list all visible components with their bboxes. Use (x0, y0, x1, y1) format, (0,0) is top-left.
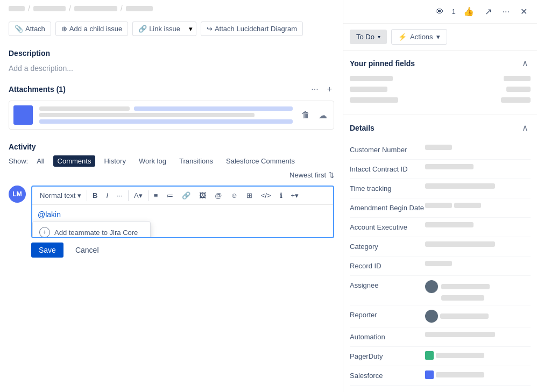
add-teammate-icon: + (39, 227, 50, 238)
text-style-dropdown[interactable]: Normal text ▾ (37, 190, 84, 201)
add-child-issue-button[interactable]: ⊕ Add a child issue (55, 22, 128, 36)
attachment-upload-button[interactable]: ☁ (316, 109, 329, 122)
bullet-list-button[interactable]: ≡ (151, 190, 161, 201)
mention-button[interactable]: @ (211, 190, 225, 201)
detail-row-pagerduty: PagerDuty (350, 347, 531, 366)
newest-first-button[interactable]: Newest first ⇅ (289, 171, 334, 179)
detail-value-reporter (425, 310, 531, 323)
activity-section: Activity Show: All Comments History Work… (0, 142, 343, 266)
detail-bar (425, 145, 452, 150)
link-button[interactable]: 🔗 (179, 190, 194, 201)
attachment-bar-full (39, 119, 293, 124)
pinned-row-3 (350, 97, 531, 103)
filter-all[interactable]: All (32, 155, 48, 167)
pinned-fields-section: Your pinned fields ∧ (343, 51, 537, 115)
filter-history[interactable]: History (100, 155, 130, 167)
assignee-name (441, 284, 490, 289)
description-title: Description (9, 49, 334, 58)
mention-dropdown: + Add teammate to Jira Core (32, 221, 151, 238)
filter-worklog[interactable]: Work log (135, 155, 171, 167)
more-formatting-button[interactable]: ··· (114, 190, 126, 201)
pinned-label-3 (350, 97, 398, 103)
lucidchart-button[interactable]: ↪ Attach Lucidchart Diagram (201, 22, 303, 36)
attachments-section: Attachments (1) ··· + 🗑 (0, 83, 343, 142)
attachments-add-button[interactable]: + (325, 83, 334, 95)
detail-bar (425, 183, 495, 189)
activity-filters: Show: All Comments History Work log Tran… (9, 155, 334, 179)
table-button[interactable]: ⊞ (243, 190, 256, 201)
breadcrumb-item-1 (9, 6, 25, 11)
attachment-bar-row-1 (39, 106, 293, 111)
watch-button[interactable]: 👁 (432, 5, 447, 19)
detail-row-account-exec: Account Executive (350, 218, 531, 237)
detail-value-pagerduty (425, 351, 531, 360)
italic-button[interactable]: I (103, 190, 111, 201)
status-button[interactable]: To Do ▾ (350, 30, 387, 44)
attach-button[interactable]: 📎 Attach (9, 22, 51, 36)
description-placeholder[interactable]: Add a description... (9, 62, 334, 75)
more-tools-button[interactable]: +▾ (288, 190, 302, 201)
mention-dropdown-label: Add teammate to Jira Core (54, 229, 138, 237)
detail-bar (425, 261, 452, 266)
child-icon: ⊕ (61, 25, 67, 33)
breadcrumb-separator-3: / (121, 4, 123, 13)
share-button[interactable]: ↗ (482, 4, 495, 19)
filter-salesforce[interactable]: Salesforce Comments (222, 155, 299, 167)
cancel-button[interactable]: Cancel (68, 243, 107, 258)
pinned-label-1 (350, 76, 393, 81)
link-issue-button[interactable]: 🔗 Link issue (132, 22, 186, 36)
detail-value-automation (425, 332, 531, 337)
close-button[interactable]: ✕ (517, 4, 531, 19)
detail-bar-1 (425, 203, 452, 208)
right-panel: 👁 1 👍 ↗ ··· ✕ To Do ▾ ⚡ Actions ▾ Your p… (343, 0, 537, 392)
detail-row-salesforce: Salesforce (350, 366, 531, 386)
code-button[interactable]: </> (258, 190, 274, 201)
actions-button[interactable]: ⚡ Actions ▾ (391, 29, 447, 45)
link-issue-group: 🔗 Link issue ▾ (132, 22, 196, 36)
text-style-chevron: ▾ (77, 191, 81, 199)
pinned-fields-collapse[interactable]: ∧ (520, 57, 531, 69)
filter-transitions[interactable]: Transitions (175, 155, 217, 167)
detail-bar-2 (454, 203, 481, 208)
detail-row-record-id: Record ID (350, 256, 531, 276)
assignee-row (425, 280, 490, 293)
info-button[interactable]: ℹ (277, 190, 286, 201)
editor-content[interactable]: @lakin + Add teammate to Jira Core (32, 205, 333, 237)
actions-icon: ⚡ (398, 33, 407, 41)
mention-dropdown-item[interactable]: + Add teammate to Jira Core (33, 222, 150, 238)
like-button[interactable]: 👍 (460, 4, 477, 19)
more-options-button[interactable]: ··· (499, 5, 513, 19)
detail-value-customer-number (425, 145, 531, 150)
emoji-button[interactable]: ☺ (227, 190, 241, 201)
comment-editor: LM Normal text ▾ B I ··· (9, 186, 334, 258)
link-issue-label: Link issue (149, 25, 180, 33)
status-chevron: ▾ (378, 34, 380, 40)
image-button[interactable]: 🖼 (196, 190, 209, 201)
assignee-avatar (425, 280, 438, 293)
bold-button[interactable]: B (89, 190, 101, 201)
attachment-bar-title (39, 106, 130, 111)
detail-bar (425, 164, 474, 169)
save-button[interactable]: Save (31, 243, 63, 258)
detail-row-assignee: Assignee (350, 276, 531, 305)
detail-row-intacct: Intacct Contract ID (350, 160, 531, 179)
pinned-label-2 (350, 87, 387, 92)
assignee-stack (425, 280, 490, 301)
pinned-fields-header: Your pinned fields ∧ (350, 57, 531, 69)
detail-row-amendment: Amendment Begin Date (350, 198, 531, 218)
detail-value-intacct (425, 164, 531, 169)
attachments-header: Attachments (1) ··· + (9, 83, 334, 95)
attachments-more-button[interactable]: ··· (309, 83, 320, 95)
details-collapse[interactable]: ∧ (520, 122, 531, 134)
detail-row-automation: Automation (350, 327, 531, 347)
text-style-label: Normal text (40, 191, 75, 199)
ordered-list-button[interactable]: ≔ (163, 190, 176, 201)
detail-label-intacct: Intacct Contract ID (350, 164, 425, 173)
attachment-delete-button[interactable]: 🗑 (299, 109, 312, 122)
editor-container: Normal text ▾ B I ··· A▾ ≡ ≔ (31, 186, 334, 258)
paperclip-icon: 📎 (15, 25, 23, 33)
link-issue-dropdown[interactable]: ▾ (186, 22, 196, 36)
text-color-button[interactable]: A▾ (131, 190, 146, 201)
actions-label: Actions (410, 33, 433, 41)
filter-comments[interactable]: Comments (53, 155, 96, 167)
